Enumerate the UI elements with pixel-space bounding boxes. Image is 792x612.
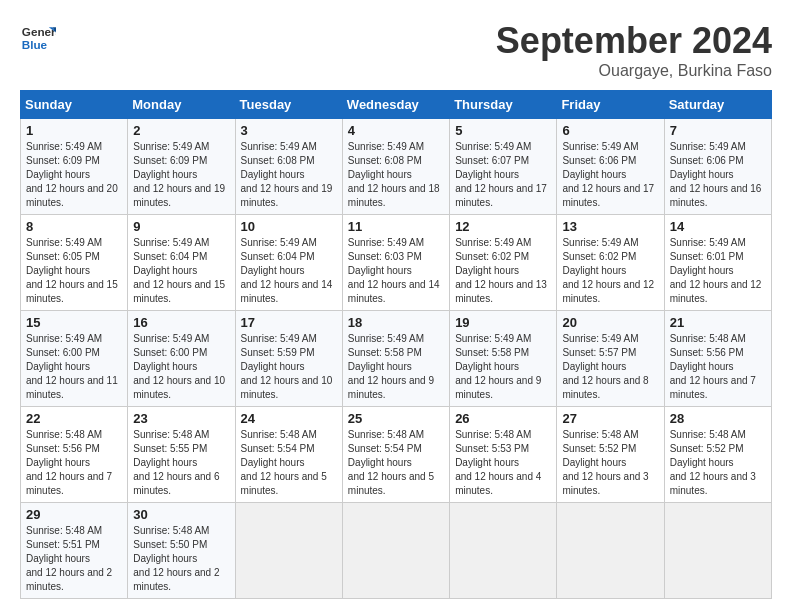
calendar-cell: 1 Sunrise: 5:49 AMSunset: 6:09 PMDayligh…	[21, 119, 128, 215]
day-number: 19	[455, 315, 551, 330]
calendar-cell: 4 Sunrise: 5:49 AMSunset: 6:08 PMDayligh…	[342, 119, 449, 215]
header-saturday: Saturday	[664, 91, 771, 119]
calendar-cell: 17 Sunrise: 5:49 AMSunset: 5:59 PMDaylig…	[235, 311, 342, 407]
location-subtitle: Ouargaye, Burkina Faso	[496, 62, 772, 80]
day-number: 29	[26, 507, 122, 522]
header-wednesday: Wednesday	[342, 91, 449, 119]
calendar-cell: 5 Sunrise: 5:49 AMSunset: 6:07 PMDayligh…	[450, 119, 557, 215]
page-header: General Blue September 2024 Ouargaye, Bu…	[20, 20, 772, 80]
calendar-header-row: SundayMondayTuesdayWednesdayThursdayFrid…	[21, 91, 772, 119]
day-info: Sunrise: 5:48 AMSunset: 5:54 PMDaylight …	[241, 429, 327, 496]
day-info: Sunrise: 5:49 AMSunset: 6:01 PMDaylight …	[670, 237, 762, 304]
day-info: Sunrise: 5:49 AMSunset: 6:06 PMDaylight …	[670, 141, 762, 208]
calendar-cell	[664, 503, 771, 599]
day-number: 14	[670, 219, 766, 234]
calendar-cell: 26 Sunrise: 5:48 AMSunset: 5:53 PMDaylig…	[450, 407, 557, 503]
day-info: Sunrise: 5:49 AMSunset: 6:02 PMDaylight …	[455, 237, 547, 304]
calendar-cell: 12 Sunrise: 5:49 AMSunset: 6:02 PMDaylig…	[450, 215, 557, 311]
day-number: 8	[26, 219, 122, 234]
day-info: Sunrise: 5:49 AMSunset: 6:00 PMDaylight …	[26, 333, 118, 400]
calendar-cell: 9 Sunrise: 5:49 AMSunset: 6:04 PMDayligh…	[128, 215, 235, 311]
calendar-table: SundayMondayTuesdayWednesdayThursdayFrid…	[20, 90, 772, 599]
day-info: Sunrise: 5:49 AMSunset: 5:58 PMDaylight …	[348, 333, 434, 400]
day-number: 11	[348, 219, 444, 234]
day-info: Sunrise: 5:48 AMSunset: 5:54 PMDaylight …	[348, 429, 434, 496]
calendar-cell: 25 Sunrise: 5:48 AMSunset: 5:54 PMDaylig…	[342, 407, 449, 503]
day-info: Sunrise: 5:49 AMSunset: 6:08 PMDaylight …	[348, 141, 440, 208]
day-number: 1	[26, 123, 122, 138]
calendar-week-3: 15 Sunrise: 5:49 AMSunset: 6:00 PMDaylig…	[21, 311, 772, 407]
calendar-cell: 18 Sunrise: 5:49 AMSunset: 5:58 PMDaylig…	[342, 311, 449, 407]
day-info: Sunrise: 5:49 AMSunset: 6:04 PMDaylight …	[133, 237, 225, 304]
day-info: Sunrise: 5:48 AMSunset: 5:55 PMDaylight …	[133, 429, 219, 496]
calendar-cell: 14 Sunrise: 5:49 AMSunset: 6:01 PMDaylig…	[664, 215, 771, 311]
day-info: Sunrise: 5:49 AMSunset: 6:00 PMDaylight …	[133, 333, 225, 400]
calendar-week-5: 29 Sunrise: 5:48 AMSunset: 5:51 PMDaylig…	[21, 503, 772, 599]
day-number: 27	[562, 411, 658, 426]
day-number: 10	[241, 219, 337, 234]
day-info: Sunrise: 5:49 AMSunset: 6:09 PMDaylight …	[26, 141, 118, 208]
day-info: Sunrise: 5:48 AMSunset: 5:52 PMDaylight …	[670, 429, 756, 496]
day-info: Sunrise: 5:48 AMSunset: 5:50 PMDaylight …	[133, 525, 219, 592]
logo: General Blue	[20, 20, 56, 56]
header-sunday: Sunday	[21, 91, 128, 119]
day-number: 30	[133, 507, 229, 522]
day-number: 26	[455, 411, 551, 426]
calendar-cell: 16 Sunrise: 5:49 AMSunset: 6:00 PMDaylig…	[128, 311, 235, 407]
day-number: 20	[562, 315, 658, 330]
header-friday: Friday	[557, 91, 664, 119]
day-number: 3	[241, 123, 337, 138]
day-number: 24	[241, 411, 337, 426]
day-info: Sunrise: 5:49 AMSunset: 5:57 PMDaylight …	[562, 333, 648, 400]
day-number: 22	[26, 411, 122, 426]
calendar-cell: 21 Sunrise: 5:48 AMSunset: 5:56 PMDaylig…	[664, 311, 771, 407]
calendar-cell	[450, 503, 557, 599]
day-number: 9	[133, 219, 229, 234]
calendar-cell	[342, 503, 449, 599]
day-number: 4	[348, 123, 444, 138]
calendar-cell: 30 Sunrise: 5:48 AMSunset: 5:50 PMDaylig…	[128, 503, 235, 599]
calendar-cell: 10 Sunrise: 5:49 AMSunset: 6:04 PMDaylig…	[235, 215, 342, 311]
day-info: Sunrise: 5:49 AMSunset: 6:05 PMDaylight …	[26, 237, 118, 304]
day-info: Sunrise: 5:49 AMSunset: 6:04 PMDaylight …	[241, 237, 333, 304]
calendar-cell: 2 Sunrise: 5:49 AMSunset: 6:09 PMDayligh…	[128, 119, 235, 215]
calendar-cell: 13 Sunrise: 5:49 AMSunset: 6:02 PMDaylig…	[557, 215, 664, 311]
day-info: Sunrise: 5:48 AMSunset: 5:56 PMDaylight …	[670, 333, 756, 400]
calendar-cell: 28 Sunrise: 5:48 AMSunset: 5:52 PMDaylig…	[664, 407, 771, 503]
calendar-week-4: 22 Sunrise: 5:48 AMSunset: 5:56 PMDaylig…	[21, 407, 772, 503]
day-info: Sunrise: 5:48 AMSunset: 5:51 PMDaylight …	[26, 525, 112, 592]
day-info: Sunrise: 5:49 AMSunset: 6:09 PMDaylight …	[133, 141, 225, 208]
calendar-cell: 24 Sunrise: 5:48 AMSunset: 5:54 PMDaylig…	[235, 407, 342, 503]
calendar-cell: 23 Sunrise: 5:48 AMSunset: 5:55 PMDaylig…	[128, 407, 235, 503]
day-number: 15	[26, 315, 122, 330]
day-number: 18	[348, 315, 444, 330]
calendar-week-1: 1 Sunrise: 5:49 AMSunset: 6:09 PMDayligh…	[21, 119, 772, 215]
day-number: 17	[241, 315, 337, 330]
calendar-cell: 15 Sunrise: 5:49 AMSunset: 6:00 PMDaylig…	[21, 311, 128, 407]
calendar-cell: 3 Sunrise: 5:49 AMSunset: 6:08 PMDayligh…	[235, 119, 342, 215]
day-info: Sunrise: 5:48 AMSunset: 5:53 PMDaylight …	[455, 429, 541, 496]
day-info: Sunrise: 5:49 AMSunset: 6:08 PMDaylight …	[241, 141, 333, 208]
day-number: 13	[562, 219, 658, 234]
day-number: 5	[455, 123, 551, 138]
day-number: 2	[133, 123, 229, 138]
day-number: 6	[562, 123, 658, 138]
header-thursday: Thursday	[450, 91, 557, 119]
day-info: Sunrise: 5:49 AMSunset: 5:59 PMDaylight …	[241, 333, 333, 400]
day-info: Sunrise: 5:49 AMSunset: 6:02 PMDaylight …	[562, 237, 654, 304]
day-info: Sunrise: 5:49 AMSunset: 6:06 PMDaylight …	[562, 141, 654, 208]
day-info: Sunrise: 5:48 AMSunset: 5:52 PMDaylight …	[562, 429, 648, 496]
calendar-cell: 8 Sunrise: 5:49 AMSunset: 6:05 PMDayligh…	[21, 215, 128, 311]
calendar-cell: 19 Sunrise: 5:49 AMSunset: 5:58 PMDaylig…	[450, 311, 557, 407]
month-year-title: September 2024	[496, 20, 772, 62]
day-info: Sunrise: 5:48 AMSunset: 5:56 PMDaylight …	[26, 429, 112, 496]
day-info: Sunrise: 5:49 AMSunset: 6:03 PMDaylight …	[348, 237, 440, 304]
calendar-cell: 29 Sunrise: 5:48 AMSunset: 5:51 PMDaylig…	[21, 503, 128, 599]
calendar-cell	[235, 503, 342, 599]
calendar-cell: 11 Sunrise: 5:49 AMSunset: 6:03 PMDaylig…	[342, 215, 449, 311]
day-number: 23	[133, 411, 229, 426]
day-info: Sunrise: 5:49 AMSunset: 6:07 PMDaylight …	[455, 141, 547, 208]
day-info: Sunrise: 5:49 AMSunset: 5:58 PMDaylight …	[455, 333, 541, 400]
calendar-cell	[557, 503, 664, 599]
svg-text:Blue: Blue	[22, 38, 48, 51]
